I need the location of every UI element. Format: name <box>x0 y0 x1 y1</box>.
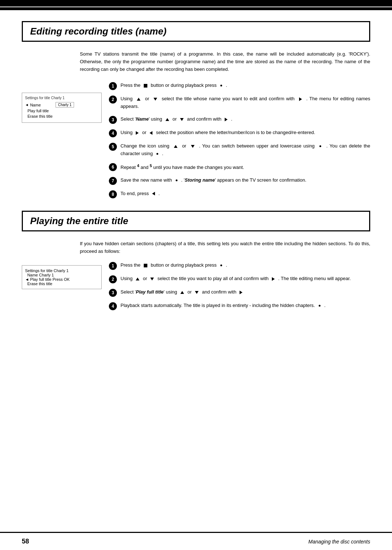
s2-step3-number: 3 <box>109 289 117 297</box>
step5-row: 5 Change the icon using or . You can swi… <box>109 142 370 158</box>
dot-icon2 <box>319 145 321 147</box>
page-number: 58 <box>22 538 29 545</box>
sidebar2-name3: Erase this title <box>27 282 52 286</box>
step7-number: 7 <box>109 177 117 185</box>
sidebar2-item2: ◄ Play full title Press OK <box>25 277 98 282</box>
step7-row: 7 Save the new name with . 'Storing name… <box>109 177 370 185</box>
step5-number: 5 <box>109 143 117 151</box>
s2-step2-number: 2 <box>109 275 117 283</box>
sidebar2-name1: Name <box>27 273 38 277</box>
step3-number: 3 <box>109 116 117 124</box>
up-icon2 <box>166 118 169 121</box>
step3-row: 3 Select 'Name' using or and confirm wit… <box>109 116 370 124</box>
thick-bar <box>0 7 392 10</box>
sidebar1-item3: Erase this title <box>25 114 98 118</box>
section1-steps-list: 1 Press the button or during playback pr… <box>109 82 370 203</box>
dot-icon3 <box>156 153 158 155</box>
section1-title: Editing recording titles (name) <box>30 26 362 37</box>
step1-text: Press the button or during playback pres… <box>121 82 370 89</box>
section2: Playing the entire title If you have hid… <box>22 211 370 316</box>
s2-down-icon2 <box>195 291 199 294</box>
s2-step4-number: 4 <box>109 302 117 310</box>
sidebar2-item1: Name Charly 1 <box>25 273 98 277</box>
right-icon2 <box>225 118 228 121</box>
sidebar1-name2: Play full title <box>28 109 53 113</box>
section1-heading-box: Editing recording titles (name) <box>22 21 370 42</box>
section2-sidebar: Settings for title Charly 1 Name Charly … <box>22 265 102 289</box>
top-bar <box>0 0 392 7</box>
section1-sidebar-title: Settings for title Charly 1 <box>25 96 98 100</box>
step6-text: Repeat 4 and 5 until you have made the c… <box>121 163 370 171</box>
step1-row: 1 Press the button or during playback pr… <box>109 82 370 90</box>
s2-step3-row: 3 Select 'Play full title' using or and … <box>109 288 370 297</box>
up-icon3 <box>174 145 177 148</box>
step6-row: 6 Repeat 4 and 5 until you have made the… <box>109 163 370 171</box>
sidebar1-arrow3 <box>25 114 26 118</box>
down-icon <box>154 98 157 101</box>
section1-intro: Some TV stations transmit the title (nam… <box>22 50 370 73</box>
section2-steps-list: 1 Press the button or during playback pr… <box>109 262 370 315</box>
section2-title: Playing the entire title <box>30 215 362 227</box>
sidebar1-value1: Charly 1 <box>56 102 74 108</box>
sidebar1-item2: Play full title <box>25 109 98 113</box>
section1-steps-area: Settings for title Charly 1 ◄ Name Charl… <box>22 82 370 203</box>
s2-dot-icon <box>220 264 222 266</box>
sidebar2-arrow1 <box>25 273 26 277</box>
step4-number: 4 <box>109 129 117 137</box>
step7-text: Save the new name with . 'Storing name' … <box>121 177 370 184</box>
step-ref4: 4 <box>137 163 139 168</box>
footer: 58 Managing the disc contents <box>0 532 392 550</box>
right-icon3 <box>136 131 139 135</box>
dot-icon <box>220 85 222 86</box>
dot-icon4 <box>176 179 177 181</box>
section2-sidebar-title: Settings for title Charly 1 <box>25 268 98 273</box>
s2-step4-text: Playback starts automatically. The title… <box>121 302 370 310</box>
s2-step2-text: Using or select the title you want to pl… <box>121 275 370 283</box>
right-icon <box>299 97 302 101</box>
s2-step1-row: 1 Press the button or during playback pr… <box>109 262 370 270</box>
sidebar2-arrow2: ◄ <box>25 277 29 282</box>
section2-steps-area: Settings for title Charly 1 Name Charly … <box>22 262 370 315</box>
s2-down-icon <box>150 278 154 280</box>
step4-text: Using or select the position where the l… <box>121 129 370 137</box>
step5-text: Change the icon using or . You can switc… <box>121 142 370 158</box>
step3-text: Select 'Name' using or and confirm with … <box>121 116 370 123</box>
left-icon2 <box>152 192 155 195</box>
section1-sidebar: Settings for title Charly 1 ◄ Name Charl… <box>22 93 102 123</box>
down-icon2 <box>180 118 184 121</box>
sidebar2-item3: Erase this title <box>25 282 98 286</box>
square-icon <box>144 84 147 88</box>
step8-text: To end, press . <box>121 190 370 198</box>
sidebar2-value1: Charly 1 <box>39 273 54 277</box>
sidebar1-name1: Name <box>30 103 56 107</box>
page-content: Editing recording titles (name) Some TV … <box>0 10 392 352</box>
section2-heading-box: Playing the entire title <box>22 211 370 231</box>
step-ref5: 5 <box>150 163 152 168</box>
sidebar1-name3: Erase this title <box>28 114 53 118</box>
s2-up-icon <box>136 278 139 280</box>
s2-step4-row: 4 Playback starts automatically. The tit… <box>109 302 370 310</box>
step8-number: 8 <box>109 190 117 198</box>
storing-name-label: Storing name <box>185 177 215 183</box>
sidebar1-arrow1: ◄ <box>25 103 29 107</box>
step6-number: 6 <box>109 163 117 171</box>
step1-number: 1 <box>109 82 117 90</box>
left-icon <box>150 131 152 135</box>
s2-up-icon2 <box>180 291 184 294</box>
s2-step3-text: Select 'Play full title' using or and co… <box>121 288 370 296</box>
sidebar2-arrow3 <box>25 282 26 286</box>
step2-text: Using or select the title whose name you… <box>121 95 370 110</box>
step2-number: 2 <box>109 96 117 104</box>
s2-step3-play-label: Play full title <box>136 289 164 295</box>
s2-right-icon2 <box>240 291 242 294</box>
s2-step1-number: 1 <box>109 262 117 270</box>
sidebar2-name2: Play full title <box>30 277 52 282</box>
up-icon <box>137 98 140 101</box>
step2-row: 2 Using or select the title whose name y… <box>109 95 370 110</box>
s2-right-icon <box>272 277 275 281</box>
sidebar2-pressok: Press OK <box>53 277 70 282</box>
s2-step2-row: 2 Using or select the title you want to … <box>109 275 370 283</box>
step8-row: 8 To end, press . <box>109 190 370 198</box>
s2-square-icon <box>144 264 147 267</box>
section2-intro: If you have hidden certain sections (cha… <box>22 240 370 255</box>
